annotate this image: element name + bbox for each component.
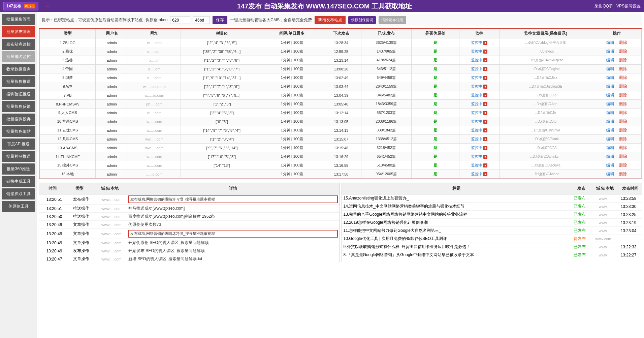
token-input2[interactable] [193, 17, 210, 24]
delete-button[interactable]: 删除 [619, 40, 627, 45]
monitor-link[interactable]: 监控中 [471, 136, 482, 142]
edit-button[interactable]: 编辑 [606, 40, 614, 45]
delete-button[interactable]: 删除 [619, 136, 627, 141]
save-button[interactable]: 保存 [213, 16, 227, 24]
edit-button[interactable]: 编辑 [606, 172, 614, 176]
delete-button[interactable]: 删除 [619, 101, 627, 106]
sidebar-item-9[interactable]: 批量搜狗邮站 [2, 126, 35, 137]
sidebar-item-11[interactable]: 批量神马推送 [2, 151, 35, 162]
delete-button[interactable]: 删除 [619, 75, 627, 80]
monitor-icon[interactable]: ■ [483, 155, 487, 159]
table-cell: 是 [411, 170, 459, 179]
monitor-link[interactable]: 监控中 [471, 75, 482, 80]
article-status: 已发布 [570, 228, 590, 234]
sidebar-item-6[interactable]: 搜狗验证推送 [2, 89, 35, 100]
sidebar-item-0[interactable]: 批量采集管理 [2, 14, 35, 25]
sidebar-item-10[interactable]: 百度API推送 [2, 139, 35, 150]
table-cell: w.....com [128, 38, 181, 47]
monitor-icon[interactable]: ■ [483, 93, 487, 97]
delete-button[interactable]: 删除 [619, 119, 627, 124]
delete-button[interactable]: 删除 [619, 128, 627, 132]
monitor-link[interactable]: 监控中 [471, 101, 482, 106]
monitor-link[interactable]: 监控中 [471, 110, 482, 115]
monitor-link[interactable]: 监控中 [471, 84, 482, 89]
delete-button[interactable]: 删除 [619, 154, 627, 159]
log-panel-scroll[interactable]: 13:20:51发布操作www.....com发布成功,网络营销的吸睛坏习惯_搜… [39, 194, 340, 262]
edit-button[interactable]: 编辑 [606, 154, 614, 159]
monitor-link[interactable]: 监控中 [471, 93, 482, 98]
sidebar-item-5[interactable]: 批量搜狗推送 [2, 76, 35, 87]
sidebar-item-14[interactable]: 链接抓取工具 [2, 188, 35, 199]
monitor-icon[interactable]: ■ [483, 146, 487, 150]
delete-button[interactable]: 删除 [619, 145, 627, 150]
edit-button[interactable]: 编辑 [606, 49, 614, 54]
edit-button[interactable]: 编辑 [606, 119, 614, 124]
vps-settings-link[interactable]: VPS拨号设置 [616, 3, 641, 9]
monitor-link[interactable]: 监控中 [471, 40, 482, 45]
new-site-button[interactable]: 新增发布站点 [315, 16, 346, 24]
edit-button[interactable]: 编辑 [606, 110, 614, 115]
clear-info-button[interactable]: 清除发布信息 [379, 16, 406, 24]
monitor-icon[interactable]: ■ [483, 137, 487, 141]
token-input[interactable] [170, 17, 190, 24]
sidebar-item-7[interactable]: 批量搜狗反馈 [2, 101, 35, 112]
monitor-icon[interactable]: ■ [483, 50, 487, 54]
article-time: 13:23:58 [617, 196, 640, 201]
monitor-icon[interactable]: ■ [483, 172, 487, 176]
monitor-icon[interactable]: ■ [483, 85, 487, 89]
sidebar-item-8[interactable]: 批量搜狗投诉 [2, 114, 35, 125]
log-type: 推送操作 [68, 214, 95, 219]
sidebar-item-12[interactable]: 批量360推送 [2, 163, 35, 175]
table-cell: ["17","16","5","8"] [181, 152, 263, 161]
delete-button[interactable]: 删除 [619, 172, 627, 176]
monitor-icon[interactable]: ■ [483, 128, 487, 132]
qq-group-link[interactable]: 采集QQ群 [594, 3, 613, 9]
monitor-icon[interactable]: ■ [483, 102, 487, 106]
monitor-link[interactable]: 监控中 [471, 66, 482, 71]
sidebar-item-15[interactable]: 伪原创工具 [2, 201, 35, 212]
delete-button[interactable]: 删除 [619, 58, 627, 62]
monitor-link[interactable]: 监控中 [471, 58, 482, 63]
edit-button[interactable]: 编辑 [606, 84, 614, 89]
delete-button[interactable]: 删除 [619, 49, 627, 54]
edit-button[interactable]: 编辑 [606, 163, 614, 167]
log-detail: 神马推送成功[www.zjxseo.com] [128, 206, 338, 211]
table-cell: 339/1842篇 [361, 126, 411, 135]
table-cell: 1分钟 | 100篇 [263, 65, 321, 73]
edit-button[interactable]: 编辑 [606, 128, 614, 132]
delete-button[interactable]: 删除 [619, 110, 627, 115]
monitor-link[interactable]: 监控中 [471, 128, 482, 133]
edit-button[interactable]: 编辑 [606, 66, 614, 71]
sidebar-item-1[interactable]: 批量发布管理 [2, 26, 35, 37]
monitor-icon[interactable]: ■ [483, 41, 487, 45]
edit-button[interactable]: 编辑 [606, 58, 614, 62]
sidebar-item-4[interactable]: 收录数据查询 [2, 64, 35, 75]
edit-button[interactable]: 编辑 [606, 93, 614, 97]
monitor-icon[interactable]: ■ [483, 67, 487, 71]
monitor-icon[interactable]: ■ [483, 120, 487, 124]
edit-button[interactable]: 编辑 [606, 136, 614, 141]
edit-button[interactable]: 编辑 [606, 75, 614, 80]
edit-button[interactable]: 编辑 [606, 101, 614, 106]
delete-button[interactable]: 删除 [619, 93, 627, 97]
fake-original-button[interactable]: 伪原创保留词 [348, 16, 376, 24]
edit-button[interactable]: 编辑 [606, 145, 614, 150]
delete-button[interactable]: 删除 [619, 84, 627, 89]
monitor-icon[interactable]: ■ [483, 58, 487, 62]
table-cell: 是 [411, 73, 459, 82]
delete-button[interactable]: 删除 [619, 66, 627, 71]
delete-button[interactable]: 删除 [619, 163, 627, 167]
monitor-icon[interactable]: ■ [483, 163, 487, 167]
monitor-link[interactable]: 监控中 [471, 172, 482, 177]
article-panel-scroll[interactable]: 15.Amazonlisting强化进上加强营办_已发布www.13:23:58… [342, 194, 642, 259]
sidebar-item-13[interactable]: 链接生成工具 [2, 176, 35, 187]
monitor-link[interactable]: 监控中 [471, 154, 482, 159]
monitor-link[interactable]: 监控中 [471, 49, 482, 54]
monitor-link[interactable]: 监控中 [471, 145, 482, 150]
monitor-icon[interactable]: ■ [483, 111, 487, 115]
table-cell: 是 [411, 109, 459, 117]
monitor-icon[interactable]: ■ [483, 76, 487, 80]
sidebar-item-2[interactable]: 发布站点监控 [2, 39, 35, 50]
monitor-link[interactable]: 监控中 [471, 119, 482, 124]
monitor-link[interactable]: 监控中 [471, 163, 482, 168]
